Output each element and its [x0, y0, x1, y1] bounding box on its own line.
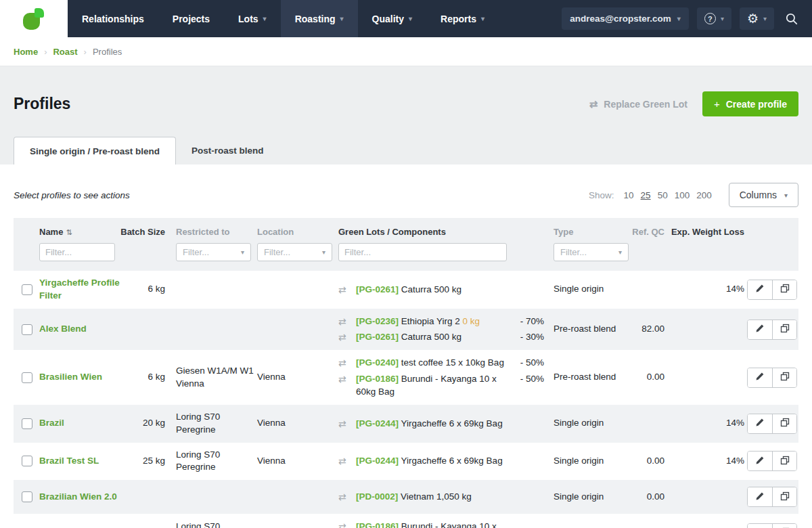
nav-item-lots[interactable]: Lots▾	[224, 0, 281, 37]
filter-select-type[interactable]: Filter...▾	[554, 243, 629, 261]
profile-name-cell: Brazil Test SL	[39, 455, 120, 468]
duplicate-profile-button[interactable]	[772, 524, 796, 528]
cropster-logo[interactable]	[0, 0, 68, 37]
duplicate-profile-button[interactable]	[772, 452, 796, 470]
swap-icon[interactable]: ⇄	[338, 417, 356, 431]
green-lot-code-link[interactable]: [PD-0002]	[356, 491, 398, 502]
profile-name-link[interactable]: Brasilien Wien	[39, 371, 102, 384]
filter-input-name[interactable]	[39, 243, 115, 261]
search-icon[interactable]	[785, 12, 798, 26]
profile-name-link[interactable]: Alex Blend	[39, 323, 87, 336]
breadcrumb-home[interactable]: Home	[14, 47, 38, 57]
table-row: Yirgacheffe Profile Filter6 kg⇄[PG-0261]…	[14, 271, 798, 309]
row-checkbox-cell	[14, 324, 39, 335]
page-size-25[interactable]: 25	[641, 190, 651, 200]
nav-item-label: Relationships	[82, 14, 144, 24]
green-lot-code-link[interactable]: [PG-0244]	[356, 418, 399, 428]
duplicate-profile-button[interactable]	[772, 320, 796, 339]
profile-name-link[interactable]: Brazil	[39, 417, 64, 430]
swap-icon[interactable]: ⇄	[338, 283, 356, 296]
edit-profile-button[interactable]	[748, 452, 772, 470]
nav-item-relationships[interactable]: Relationships	[68, 0, 158, 37]
page-size-200[interactable]: 200	[696, 190, 712, 200]
tab-single-origin-pre-roast-blend[interactable]: Single origin / Pre-roast blend	[14, 137, 176, 164]
nav-item-roasting[interactable]: Roasting▾	[281, 0, 358, 37]
breadcrumb-separator-icon: ›	[44, 47, 47, 57]
page-size-10[interactable]: 10	[624, 190, 634, 200]
row-checkbox[interactable]	[22, 284, 32, 295]
exp-weight-loss-cell: 14%	[664, 455, 744, 468]
filter-select-location[interactable]: Filter...▾	[257, 243, 332, 261]
table-head: Name⇅Batch SizeRestricted toLocationGree…	[14, 218, 798, 271]
filter-row: Filter...▾Filter...▾Filter...▾	[14, 238, 798, 271]
edit-profile-button[interactable]	[748, 320, 772, 339]
swap-icon[interactable]: ⇄	[338, 520, 356, 528]
duplicate-profile-button[interactable]	[772, 487, 796, 506]
row-action-group	[747, 487, 797, 507]
duplicate-profile-button[interactable]	[772, 280, 796, 299]
duplicate-profile-button[interactable]	[772, 414, 796, 433]
row-checkbox[interactable]	[22, 491, 32, 502]
row-action-group	[747, 451, 797, 471]
components-list: ⇄[PG-0186] Burundi - Kayanga 10 x 60kg B…	[338, 520, 554, 528]
component-percentage: - 70%	[520, 315, 554, 328]
duplicate-icon	[780, 324, 790, 335]
component-line: ⇄[PG-0261] Caturra 500 kg- 30%	[338, 330, 554, 344]
filter-input-components[interactable]	[338, 243, 507, 261]
row-checkbox[interactable]	[22, 372, 32, 383]
profile-name-cell: Brazil	[39, 417, 120, 430]
green-lot-code-link[interactable]: [PG-0261]	[356, 284, 399, 294]
profile-name-link[interactable]: Yirgacheffe Profile Filter	[39, 277, 120, 303]
filter-select-placeholder: Filter...	[183, 247, 241, 257]
user-menu[interactable]: andreas@cropster.com ▾	[562, 7, 689, 30]
swap-icon[interactable]: ⇄	[338, 454, 356, 468]
edit-profile-button[interactable]	[748, 368, 772, 387]
page-size-100[interactable]: 100	[675, 190, 690, 200]
green-lot-code-link[interactable]: [PG-0244]	[356, 456, 399, 466]
show-label: Show:	[589, 190, 614, 200]
edit-profile-button[interactable]	[748, 414, 772, 433]
edit-profile-button[interactable]	[748, 487, 772, 506]
nav-item-projects[interactable]: Projects	[158, 0, 224, 37]
row-checkbox-cell	[14, 418, 39, 429]
breadcrumb-roast[interactable]: Roast	[53, 47, 77, 57]
swap-icon[interactable]: ⇄	[338, 356, 356, 370]
table-toolbar: Select profiles to see actions Show: 102…	[0, 164, 812, 218]
row-checkbox[interactable]	[22, 418, 32, 429]
edit-profile-button[interactable]	[748, 280, 772, 299]
components-list: ⇄[PG-0261] Caturra 500 kg	[338, 283, 554, 296]
replace-green-lot-button[interactable]: ⇄ Replace Green Lot	[589, 98, 687, 110]
profile-name-link[interactable]: Brazilian Wien 2.0	[39, 491, 117, 504]
columns-button[interactable]: Columns ▾	[729, 183, 798, 207]
column-header-name[interactable]: Name⇅	[39, 227, 120, 237]
swap-icon[interactable]: ⇄	[338, 330, 356, 344]
component-line: ⇄[PG-0240] test coffee 15 x 10kg Bag- 50…	[338, 356, 554, 370]
tab-post-roast-blend[interactable]: Post-roast blend	[176, 137, 279, 164]
swap-icon[interactable]: ⇄	[338, 372, 356, 386]
green-lot-code-link[interactable]: [PG-0186]	[356, 521, 399, 528]
green-lot-code-link[interactable]: [PG-0236]	[356, 316, 399, 326]
green-lot-code-link[interactable]: [PG-0240]	[356, 357, 399, 368]
swap-icon[interactable]: ⇄	[338, 490, 356, 504]
profile-name-link[interactable]: Brazil Test SL	[39, 455, 99, 468]
create-profile-button[interactable]: + Create profile	[702, 91, 798, 116]
row-checkbox[interactable]	[22, 456, 32, 466]
nav-item-reports[interactable]: Reports▾	[426, 0, 499, 37]
swap-icon[interactable]: ⇄	[338, 315, 356, 328]
page-size-50[interactable]: 50	[658, 190, 668, 200]
filter-select-restricted[interactable]: Filter...▾	[176, 243, 251, 261]
help-menu[interactable]: ? ▾	[697, 7, 731, 30]
chevron-down-icon: ▾	[340, 15, 344, 22]
filter-cell-location: Filter...▾	[257, 243, 338, 261]
settings-menu[interactable]: ⚙ ▾	[740, 7, 774, 30]
edit-profile-button[interactable]	[748, 524, 772, 528]
row-action-group	[747, 523, 797, 528]
green-lot-code-link[interactable]: [PG-0261]	[356, 332, 399, 342]
type-cell: Single origin	[554, 491, 621, 504]
restricted-to-cell: Loring S70 Peregrine	[176, 411, 257, 437]
row-checkbox[interactable]	[22, 324, 32, 335]
green-lot-code-link[interactable]: [PG-0186]	[356, 374, 399, 384]
duplicate-profile-button[interactable]	[772, 368, 796, 387]
row-action-group	[747, 368, 797, 388]
nav-item-quality[interactable]: Quality▾	[358, 0, 427, 37]
